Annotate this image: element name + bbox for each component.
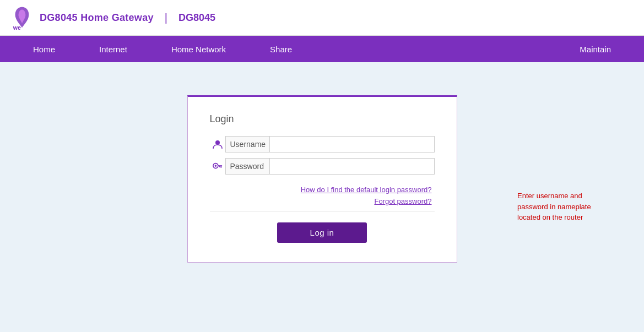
username-input[interactable]	[269, 136, 435, 153]
header-subtitle: DG8045	[178, 12, 215, 24]
svg-rect-4	[218, 165, 222, 166]
password-row: Password	[210, 158, 435, 175]
svg-point-1	[215, 140, 220, 145]
nav-home[interactable]: Home	[11, 36, 77, 62]
help-link[interactable]: How do I find the default login password…	[210, 186, 432, 194]
svg-rect-5	[220, 166, 221, 168]
svg-point-3	[214, 165, 217, 167]
we-logo: we	[11, 4, 33, 31]
logo-area: we DG8045 Home Gateway | DG8045	[11, 4, 215, 31]
links-area: How do I find the default login password…	[210, 186, 435, 205]
nav-maintain[interactable]: Maintain	[558, 36, 633, 62]
username-label: Username	[225, 136, 269, 153]
login-card: Login Username	[187, 95, 457, 263]
header-title: DG8045 Home Gateway	[40, 12, 154, 24]
header-divider: |	[165, 12, 167, 24]
password-input-group: Password	[225, 158, 435, 175]
navbar: Home Internet Home Network Share Maintai…	[0, 36, 644, 62]
nav-internet[interactable]: Internet	[77, 36, 149, 62]
username-input-group: Username	[225, 136, 435, 153]
user-icon	[210, 137, 225, 152]
form-divider	[210, 211, 435, 211]
login-title: Login	[210, 113, 435, 125]
login-button[interactable]: Log in	[277, 222, 367, 243]
nav-share[interactable]: Share	[248, 36, 314, 62]
svg-text:we: we	[13, 24, 21, 31]
main-content: Login Username	[0, 62, 644, 332]
password-label: Password	[225, 158, 269, 175]
header: we DG8045 Home Gateway | DG8045	[0, 0, 644, 36]
side-note: Enter username and password in nameplate…	[517, 191, 600, 223]
svg-rect-6	[219, 166, 220, 167]
forgot-link[interactable]: Forgot password?	[210, 197, 432, 205]
password-input[interactable]	[269, 158, 435, 175]
username-row: Username	[210, 136, 435, 153]
key-icon	[210, 159, 225, 174]
nav-home-network[interactable]: Home Network	[149, 36, 248, 62]
